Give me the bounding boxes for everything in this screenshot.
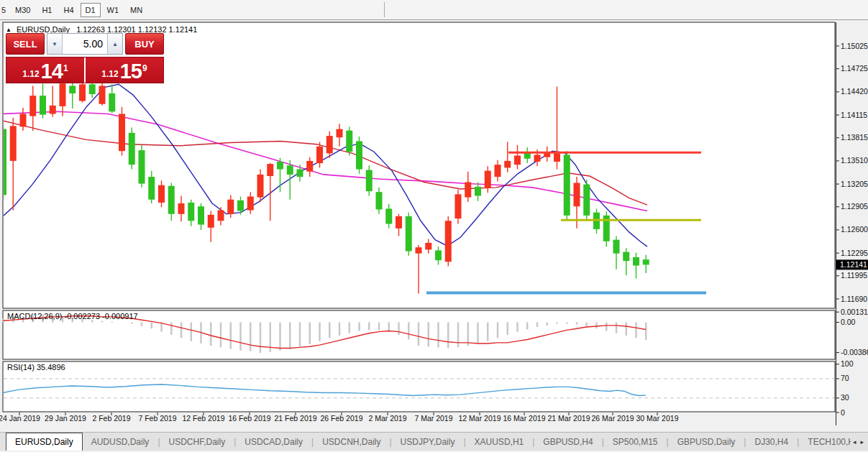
svg-text:0: 0: [841, 408, 845, 417]
svg-text:12 Feb 2019: 12 Feb 2019: [183, 414, 225, 423]
svg-text:1.15025: 1.15025: [841, 42, 868, 50]
buy-price-pip: 9: [142, 57, 147, 79]
svg-text:100: 100: [841, 359, 854, 368]
svg-text:30 Mar 2019: 30 Mar 2019: [636, 414, 679, 423]
svg-text:0.001313: 0.001313: [841, 308, 868, 316]
svg-text:26 Mar 2019: 26 Mar 2019: [592, 414, 634, 423]
svg-text:16 Mar 2019: 16 Mar 2019: [503, 414, 546, 423]
buy-price-quote[interactable]: 1.12 15 9: [86, 57, 163, 83]
current-price-label: 1.12141: [840, 260, 867, 269]
svg-text:7 Feb 2019: 7 Feb 2019: [138, 414, 176, 423]
svg-text:1.13815: 1.13815: [841, 133, 868, 142]
svg-text:1.12600: 1.12600: [841, 225, 868, 234]
svg-text:1.11690: 1.11690: [841, 295, 867, 303]
svg-text:1.12295: 1.12295: [841, 249, 868, 257]
volume-decrease-icon[interactable]: ▼: [47, 34, 63, 54]
svg-text:70: 70: [841, 374, 849, 382]
svg-text:16 Feb 2019: 16 Feb 2019: [229, 414, 271, 423]
collapse-arrow-icon[interactable]: ▲: [6, 27, 12, 33]
svg-text:1.13205: 1.13205: [841, 180, 868, 188]
svg-text:30: 30: [841, 393, 849, 402]
macd-label: MACD(12,26,9) -0.002273 -0.000917: [7, 312, 138, 320]
rsi-label: RSI(14) 35.4896: [7, 363, 65, 372]
volume-input[interactable]: 5.00: [63, 34, 107, 54]
svg-text:21 Mar 2019: 21 Mar 2019: [548, 414, 590, 423]
svg-text:1.12905: 1.12905: [841, 202, 868, 211]
svg-text:26 Feb 2019: 26 Feb 2019: [321, 414, 363, 423]
svg-text:2 Mar 2019: 2 Mar 2019: [368, 414, 406, 423]
sell-price-pip: 1: [63, 57, 68, 79]
sell-price-prefix: 1.12: [22, 68, 39, 80]
volume-increase-icon[interactable]: ▲: [107, 34, 122, 54]
svg-text:29 Jan 2019: 29 Jan 2019: [45, 414, 86, 423]
svg-text:1.13510: 1.13510: [841, 156, 868, 165]
svg-text:1.14725: 1.14725: [841, 64, 868, 73]
svg-text:-0.0038625: -0.0038625: [841, 348, 868, 356]
sell-price-big: 14: [41, 62, 63, 80]
svg-text:24 Jan 2019: 24 Jan 2019: [0, 414, 40, 423]
one-click-trade-panel: SELL ▼ 5.00 ▲ BUY 1.12 14 1 1.12 15 9: [6, 33, 164, 83]
svg-text:1.14115: 1.14115: [841, 111, 867, 119]
sell-price-quote[interactable]: 1.12 14 1: [6, 57, 86, 83]
date-axis: 24 Jan 201929 Jan 20192 Feb 20197 Feb 20…: [0, 412, 679, 423]
buy-price-big: 15: [120, 62, 142, 80]
volume-stepper: ▼ 5.00 ▲: [47, 33, 123, 55]
buy-button[interactable]: BUY: [125, 33, 164, 55]
svg-text:1.14420: 1.14420: [841, 87, 868, 96]
svg-text:7 Mar 2019: 7 Mar 2019: [414, 414, 452, 423]
svg-text:21 Feb 2019: 21 Feb 2019: [275, 414, 317, 423]
svg-text:0.00: 0.00: [841, 318, 856, 326]
buy-price-prefix: 1.12: [101, 68, 118, 80]
svg-text:2 Feb 2019: 2 Feb 2019: [92, 414, 130, 423]
svg-text:12 Mar 2019: 12 Mar 2019: [459, 414, 501, 423]
sell-button[interactable]: SELL: [6, 33, 45, 55]
svg-text:1.11995: 1.11995: [841, 271, 867, 280]
